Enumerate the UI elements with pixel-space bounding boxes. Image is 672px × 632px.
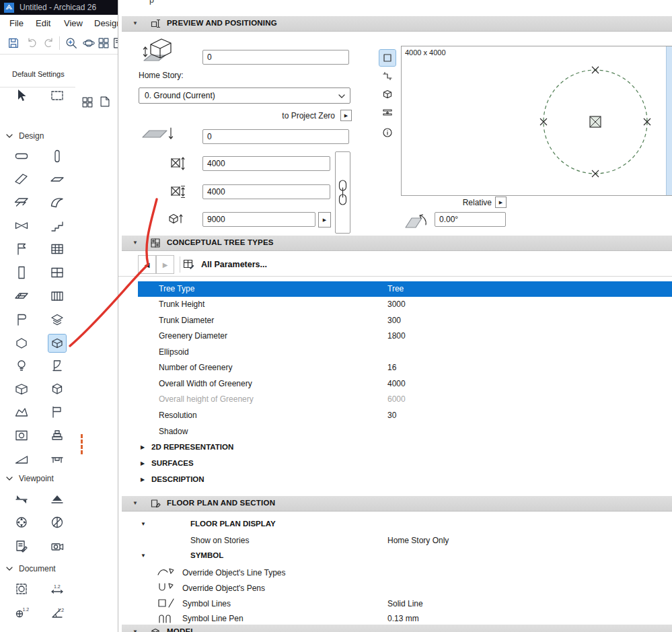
param-row-trunk-diameter[interactable]: Trunk Diameter 300 — [138, 313, 672, 328]
shell-tool[interactable] — [48, 194, 66, 211]
preview-2d-view-button[interactable] — [379, 50, 396, 66]
default-settings-label[interactable]: Default Settings — [12, 70, 65, 78]
elevation-circle-tool[interactable] — [48, 514, 66, 531]
skylight-tool[interactable] — [13, 287, 30, 305]
story-offset-input[interactable] — [202, 50, 349, 65]
save-button[interactable] — [5, 35, 22, 51]
toolbox-section-viewpoint[interactable]: Viewpoint — [5, 472, 54, 485]
preview-section-view-button[interactable] — [379, 68, 396, 84]
slab-tool[interactable] — [48, 170, 66, 188]
railing-tool[interactable] — [13, 240, 30, 258]
collapse-triangle-icon[interactable]: ▼ — [133, 629, 138, 632]
rotation-input[interactable] — [435, 212, 506, 227]
equipment-tool[interactable] — [13, 380, 30, 398]
panel-page-icon[interactable] — [97, 94, 113, 110]
beam-tool[interactable] — [13, 170, 30, 188]
show-on-stories-row[interactable]: Show on Stories Home Story Only — [118, 533, 672, 548]
override-line-types-row[interactable]: Override Object's Line Types — [118, 565, 672, 580]
height-input[interactable] — [202, 212, 315, 227]
level-dimension-tool[interactable]: 1.2 — [13, 604, 30, 621]
preview-info-button[interactable] — [379, 125, 396, 141]
section-floor-plan[interactable]: ▼ FLOOR PLAN AND SECTION — [122, 496, 672, 512]
select-arrow-tool[interactable] — [13, 87, 30, 104]
override-pens-row[interactable]: Override Object's Pens — [118, 581, 672, 596]
stair-tool[interactable] — [48, 217, 66, 235]
all-parameters-button[interactable]: All Parameters... — [182, 255, 672, 274]
lamp-tool[interactable] — [13, 357, 30, 374]
marquee-tool[interactable] — [48, 87, 66, 104]
preview-scrollbar[interactable] — [666, 46, 672, 195]
orbit-button[interactable] — [81, 35, 97, 51]
param-row-tree-type[interactable]: Tree Type Tree — [138, 281, 672, 297]
section-model[interactable]: ▼ MODEL — [122, 625, 672, 632]
link-dimensions-button[interactable] — [335, 151, 350, 234]
section-tool[interactable] — [13, 490, 30, 507]
preview-3d-view-button[interactable] — [379, 86, 396, 102]
param-row-ellipsoid[interactable]: Ellipsoid — [138, 345, 672, 360]
param-row-overall-height[interactable]: Overall height of Greenery 6000 — [138, 392, 672, 407]
menu-file[interactable]: File — [9, 18, 24, 28]
menu-edit[interactable]: Edit — [36, 18, 50, 28]
collapse-triangle-icon[interactable]: ▼ — [133, 500, 138, 506]
layers-tool[interactable] — [48, 311, 66, 328]
wall-tool[interactable] — [13, 147, 30, 165]
collapsed-2d-representation[interactable]: ▶ 2D REPRESENTATION — [118, 441, 672, 456]
preview-pane[interactable]: 4000 x 4000 — [401, 46, 672, 196]
section-parameters[interactable]: ▼ CONCEPTUAL TREE TYPES — [122, 236, 672, 251]
door-tool[interactable] — [13, 264, 30, 281]
door-leaf-tool[interactable] — [48, 357, 66, 374]
zone-stamp-tool[interactable] — [13, 311, 30, 328]
morph-tool[interactable] — [13, 217, 30, 235]
relative-flyout-button[interactable]: ▶ — [495, 197, 507, 208]
toolbox-section-document[interactable]: Document — [5, 562, 56, 575]
collapse-triangle-icon[interactable]: ▼ — [133, 20, 138, 26]
param-row-overall-width[interactable]: Overall Width of Greenery 4000 — [138, 376, 672, 392]
floor-plan-display-header[interactable]: ▼ FLOOR PLAN DISPLAY — [118, 518, 672, 532]
collapsed-description[interactable]: ▶ DESCRIPTION — [118, 473, 672, 488]
angle-dimension-tool[interactable]: 1.2 — [48, 604, 66, 621]
collapse-triangle-icon[interactable]: ▼ — [133, 240, 138, 246]
roof-tool[interactable] — [13, 194, 30, 211]
zone-tool[interactable] — [13, 335, 30, 352]
furniture-tool[interactable] — [48, 450, 66, 468]
param-row-number-of-greenery[interactable]: Number of Greenery 16 — [138, 360, 672, 376]
morph-cube-tool[interactable] — [48, 380, 66, 398]
box-circle-tool[interactable] — [13, 427, 30, 444]
ramp-tool[interactable] — [13, 450, 30, 468]
zoom-button[interactable] — [63, 35, 79, 51]
undo-button[interactable] — [24, 35, 40, 51]
grid-view-button[interactable] — [96, 35, 112, 51]
object-tool-selected[interactable] — [48, 335, 66, 352]
params-back-button[interactable]: ◀ — [138, 255, 156, 274]
redo-button[interactable] — [40, 35, 57, 51]
depth-input[interactable] — [202, 184, 330, 199]
param-row-trunk-height[interactable]: Trunk Height 3000 — [138, 297, 672, 312]
dimension-tool[interactable]: 1.2 — [48, 580, 66, 598]
flag-tool[interactable] — [48, 403, 66, 421]
mesh-tool[interactable] — [13, 403, 30, 421]
worksheet-tool[interactable] — [13, 538, 30, 555]
panel-resize-indicator[interactable] — [81, 434, 83, 454]
section-preview-positioning[interactable]: ▼ PREVIEW AND POSITIONING — [122, 16, 672, 32]
curtain-wall-tool[interactable] — [48, 240, 66, 258]
detail-tool[interactable] — [13, 580, 30, 598]
elevation-tool[interactable] — [48, 490, 66, 507]
param-row-resolution[interactable]: Resolution 30 — [138, 408, 672, 423]
home-story-dropdown[interactable]: 0. Ground (Current) — [139, 87, 350, 104]
preview-elevation-view-button[interactable] — [379, 104, 396, 120]
window-tool[interactable] — [48, 264, 66, 281]
camera-tool[interactable] — [48, 538, 66, 555]
height-flyout-button[interactable]: ▶ — [318, 212, 331, 227]
menu-view[interactable]: View — [64, 18, 83, 28]
toolbox-section-design[interactable]: Design — [5, 129, 44, 143]
symbol-line-pen-row[interactable]: Symbol Line Pen 0.13 mm — [118, 611, 672, 626]
interior-elevation-tool[interactable] — [13, 514, 30, 531]
panel-grid-icon[interactable] — [79, 94, 96, 110]
bottom-offset-input[interactable] — [202, 129, 349, 144]
symbol-header[interactable]: ▼ SYMBOL — [118, 549, 672, 564]
project-zero-flyout-button[interactable]: ▶ — [340, 110, 352, 121]
symbol-lines-row[interactable]: Symbol Lines Solid Line — [118, 596, 672, 611]
param-row-shadow[interactable]: Shadow — [138, 424, 672, 440]
param-row-greenery-diameter[interactable]: Greenery Diameter 1800 — [138, 328, 672, 344]
collapsed-surfaces[interactable]: ▶ SURFACES — [118, 457, 672, 472]
